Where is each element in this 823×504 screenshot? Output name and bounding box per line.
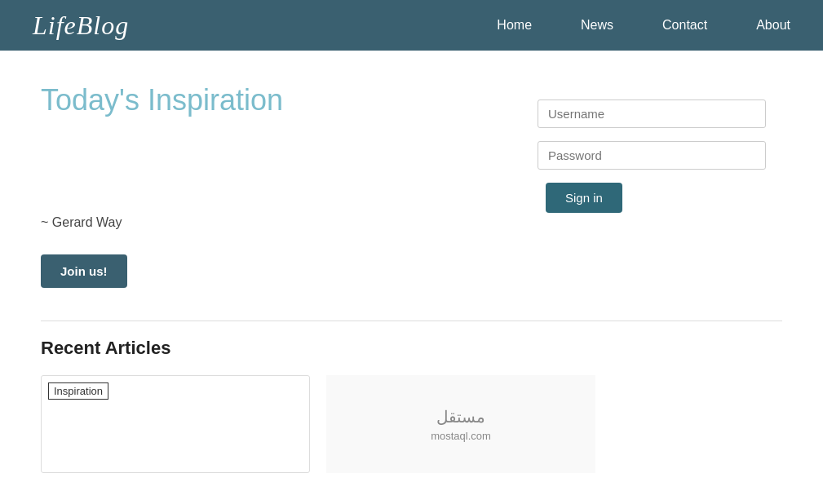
watermark-arabic: مستقل <box>436 407 485 427</box>
articles-grid: Inspiration مستقل mostaql.com <box>41 375 782 473</box>
header: LifeBlog Home News Contact About <box>0 0 823 51</box>
nav-item-contact[interactable]: Contact <box>662 18 707 33</box>
signin-button[interactable]: Sign in <box>546 183 622 213</box>
watermark: مستقل mostaql.com <box>431 407 491 442</box>
article-tag-1: Inspiration <box>48 382 108 400</box>
left-section: Today's Inspiration ~ Gerard Way Join us… <box>41 83 408 288</box>
recent-articles-section: Recent Articles Inspiration مستقل mostaq… <box>41 321 782 473</box>
nav-list: Home News Contact About <box>497 18 790 33</box>
main-nav: Home News Contact About <box>497 18 790 33</box>
nav-item-home[interactable]: Home <box>497 18 532 33</box>
nav-link-news[interactable]: News <box>581 18 613 32</box>
nav-link-home[interactable]: Home <box>497 18 532 32</box>
password-input[interactable] <box>538 141 766 170</box>
page-title: Today's Inspiration <box>41 83 408 117</box>
top-section: Today's Inspiration ~ Gerard Way Join us… <box>41 83 782 288</box>
site-logo: LifeBlog <box>33 11 129 41</box>
quote-author: ~ Gerard Way <box>41 215 408 230</box>
join-button[interactable]: Join us! <box>41 254 127 288</box>
article-card-1[interactable]: Inspiration <box>41 375 310 473</box>
watermark-url: mostaql.com <box>431 430 491 442</box>
nav-item-about[interactable]: About <box>756 18 790 33</box>
nav-link-contact[interactable]: Contact <box>662 18 707 32</box>
nav-item-news[interactable]: News <box>581 18 613 33</box>
username-input[interactable] <box>538 99 766 128</box>
login-form: Sign in <box>538 83 782 213</box>
recent-articles-title: Recent Articles <box>41 338 782 359</box>
main-content: Today's Inspiration ~ Gerard Way Join us… <box>0 51 823 489</box>
nav-link-about[interactable]: About <box>756 18 790 32</box>
article-card-2[interactable]: مستقل mostaql.com <box>326 375 595 473</box>
